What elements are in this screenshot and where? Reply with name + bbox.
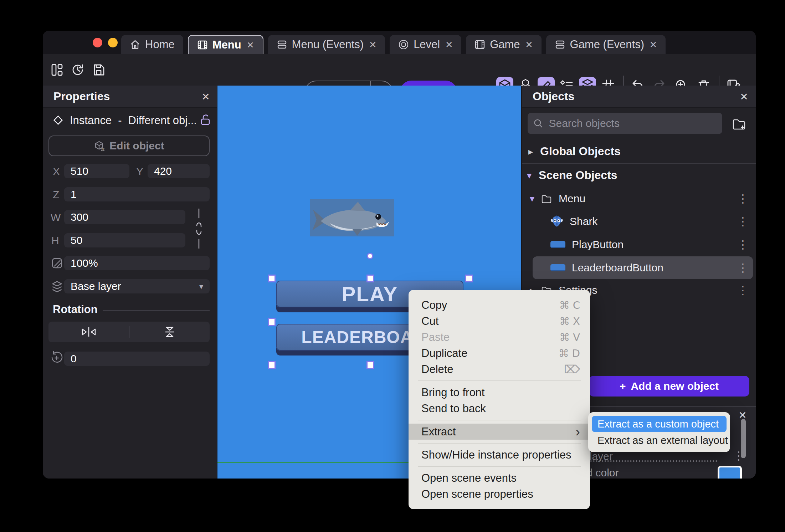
tree-item-label: Shark xyxy=(570,215,597,227)
tab-close-icon[interactable]: ✕ xyxy=(247,40,254,50)
section-divider xyxy=(103,310,210,311)
layer-select[interactable]: Base layer ▾ xyxy=(64,279,210,293)
h-label: H xyxy=(51,235,59,247)
tab-close-icon[interactable]: ✕ xyxy=(369,40,376,50)
shortcut-paste: ⌘ V xyxy=(559,331,580,343)
properties-title: Properties xyxy=(53,90,110,103)
selection-handle[interactable] xyxy=(268,275,276,282)
menu-item-show-hide-properties[interactable]: Show/Hide instance properties xyxy=(409,447,590,463)
scene-icon xyxy=(474,39,485,50)
flip-horizontal-button[interactable] xyxy=(48,327,129,337)
background-color-swatch[interactable] xyxy=(718,466,742,479)
menu-item-cut[interactable]: Cut⌘ X xyxy=(409,313,590,329)
traffic-close-icon[interactable] xyxy=(93,38,102,47)
history-icon[interactable] xyxy=(69,61,86,78)
tab-game-events[interactable]: Game (Events) ✕ xyxy=(546,35,666,54)
plus-icon: + xyxy=(620,380,626,392)
edit-object-label: Edit object xyxy=(109,140,164,152)
kebab-menu-icon[interactable]: ⋮ xyxy=(737,261,749,275)
menu-item-bring-to-front[interactable]: Bring to front xyxy=(409,384,590,400)
opacity-icon xyxy=(51,257,63,270)
tab-close-icon[interactable]: ✕ xyxy=(650,40,657,50)
edit-object-button[interactable]: 2D Edit object xyxy=(48,135,210,156)
search-input[interactable] xyxy=(549,117,717,129)
submenu-item-extract-external-layout[interactable]: Extract as an external layout xyxy=(592,432,727,449)
rotation-field[interactable]: 0 xyxy=(64,352,210,366)
shark-sprite[interactable] xyxy=(310,199,394,236)
shark-object-icon xyxy=(550,215,563,228)
h-field[interactable]: 50 xyxy=(64,233,185,247)
shortcut-duplicate: ⌘ D xyxy=(558,347,580,359)
panels-layout-icon[interactable] xyxy=(48,61,66,78)
opacity-field[interactable]: 100% xyxy=(64,256,210,270)
tree-item-label: LeaderboardButton xyxy=(572,262,663,274)
menu-item-send-to-back[interactable]: Send to back xyxy=(409,400,590,416)
events-icon xyxy=(555,39,565,50)
tab-close-icon[interactable]: ✕ xyxy=(525,40,533,50)
global-objects-group[interactable]: ▸ Global Objects xyxy=(528,145,621,158)
scene-objects-group[interactable]: ▾ Scene Objects xyxy=(527,169,617,182)
menu-separator xyxy=(418,420,581,420)
tree-item-label: Menu xyxy=(559,193,585,205)
tab-close-icon[interactable]: ✕ xyxy=(445,40,453,50)
add-folder-icon[interactable] xyxy=(732,117,746,131)
tab-label: Game xyxy=(490,38,520,51)
tab-home[interactable]: Home xyxy=(121,35,183,54)
add-new-object-button[interactable]: + Add a new object xyxy=(589,376,749,397)
layer-icon xyxy=(51,280,63,293)
selection-handle[interactable] xyxy=(268,361,276,369)
rotation-section-title: Rotation xyxy=(53,303,98,316)
button-object-icon xyxy=(550,241,565,248)
menu-item-copy[interactable]: Copy⌘ C xyxy=(409,297,590,313)
rotation-handle[interactable] xyxy=(367,253,373,259)
tab-menu[interactable]: Menu ✕ xyxy=(188,35,263,54)
svg-text:2D: 2D xyxy=(101,148,104,151)
traffic-minimize-icon[interactable] xyxy=(108,38,118,47)
menu-item-extract[interactable]: Extract› xyxy=(409,424,590,440)
selection-handle[interactable] xyxy=(268,318,276,326)
kebab-menu-icon[interactable]: ⋮ xyxy=(737,283,749,297)
y-field[interactable]: 420 xyxy=(148,164,210,178)
link-dimensions-icon[interactable] xyxy=(195,209,202,249)
menu-item-duplicate[interactable]: Duplicate⌘ D xyxy=(409,345,590,361)
flip-button-group xyxy=(48,322,210,342)
close-icon[interactable]: ✕ xyxy=(738,91,750,103)
save-icon[interactable] xyxy=(90,61,107,78)
delete-key-icon: ⌦ xyxy=(564,363,580,376)
tree-item-menu-folder[interactable]: ▾ Menu ⋮ xyxy=(522,188,756,209)
menu-item-open-scene-events[interactable]: Open scene events xyxy=(409,470,590,486)
tree-item-playbutton[interactable]: PlayButton ⋮ xyxy=(522,234,756,255)
tree-item-shark[interactable]: Shark ⋮ xyxy=(522,211,756,232)
tab-game[interactable]: Game ✕ xyxy=(466,35,541,54)
selection-handle[interactable] xyxy=(465,275,473,282)
selection-handle[interactable] xyxy=(366,275,374,282)
menu-item-paste: Paste⌘ V xyxy=(409,329,590,345)
button-object-icon xyxy=(550,264,565,271)
kebab-menu-icon[interactable]: ⋮ xyxy=(737,192,749,205)
play-button-text: PLAY xyxy=(342,282,398,306)
close-icon[interactable]: ✕ xyxy=(200,91,212,103)
menu-item-open-scene-properties[interactable]: Open scene properties xyxy=(409,486,590,502)
w-field[interactable]: 300 xyxy=(64,210,185,224)
submenu-item-extract-custom-object[interactable]: Extract as a custom object xyxy=(592,416,727,432)
tab-label: Menu (Events) xyxy=(292,38,364,51)
y-label: Y xyxy=(136,165,143,178)
z-field[interactable]: 1 xyxy=(64,187,210,201)
x-label: X xyxy=(53,165,60,178)
menu-item-delete[interactable]: Delete⌦ xyxy=(409,361,590,377)
selection-handle[interactable] xyxy=(366,361,374,369)
flip-vertical-button[interactable] xyxy=(129,326,210,338)
tab-label: Home xyxy=(145,38,175,51)
add-new-object-label: Add a new object xyxy=(631,380,719,392)
tab-level[interactable]: Level ✕ xyxy=(390,35,461,54)
search-box[interactable] xyxy=(528,113,722,134)
unlock-icon[interactable] xyxy=(199,113,212,126)
scrollbar[interactable] xyxy=(741,419,746,458)
kebab-menu-icon[interactable]: ⋮ xyxy=(737,238,749,251)
w-label: W xyxy=(51,211,61,224)
tab-label: Menu xyxy=(212,39,241,51)
tree-item-leaderboardbutton[interactable]: LeaderboardButton ⋮ xyxy=(522,257,756,278)
kebab-menu-icon[interactable]: ⋮ xyxy=(737,215,749,228)
tab-menu-events[interactable]: Menu (Events) ✕ xyxy=(268,35,385,54)
x-field[interactable]: 510 xyxy=(64,164,129,178)
